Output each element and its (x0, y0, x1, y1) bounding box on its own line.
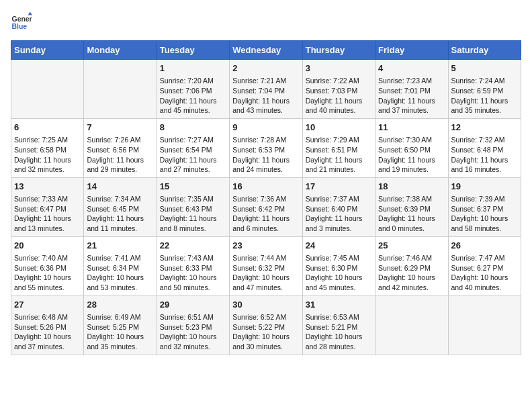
day-number: 10 (306, 122, 372, 134)
col-header-friday: Friday (375, 41, 448, 60)
day-info: Sunrise: 7:46 AM Sunset: 6:29 PM Dayligh… (378, 253, 445, 293)
week-row-3: 13Sunrise: 7:33 AM Sunset: 6:47 PM Dayli… (11, 177, 521, 236)
calendar-cell: 20Sunrise: 7:40 AM Sunset: 6:36 PM Dayli… (11, 236, 84, 295)
day-info: Sunrise: 7:36 AM Sunset: 6:42 PM Dayligh… (232, 194, 299, 234)
day-number: 20 (14, 240, 81, 252)
calendar-cell: 3Sunrise: 7:22 AM Sunset: 7:03 PM Daylig… (302, 60, 375, 119)
calendar-cell (84, 60, 157, 119)
day-number: 25 (378, 240, 445, 252)
day-number: 19 (451, 181, 518, 193)
day-info: Sunrise: 6:48 AM Sunset: 5:26 PM Dayligh… (14, 312, 81, 352)
day-info: Sunrise: 7:32 AM Sunset: 6:48 PM Dayligh… (451, 135, 518, 175)
day-info: Sunrise: 7:37 AM Sunset: 6:40 PM Dayligh… (306, 194, 372, 234)
day-number: 14 (87, 181, 153, 193)
calendar-header-row: SundayMondayTuesdayWednesdayThursdayFrid… (11, 41, 521, 60)
calendar-cell (11, 60, 84, 119)
day-info: Sunrise: 7:43 AM Sunset: 6:33 PM Dayligh… (160, 253, 226, 293)
day-info: Sunrise: 7:29 AM Sunset: 6:51 PM Dayligh… (306, 135, 372, 175)
day-info: Sunrise: 7:21 AM Sunset: 7:04 PM Dayligh… (232, 76, 299, 116)
day-info: Sunrise: 7:41 AM Sunset: 6:34 PM Dayligh… (87, 253, 153, 293)
calendar-cell: 15Sunrise: 7:35 AM Sunset: 6:43 PM Dayli… (157, 177, 229, 236)
calendar-cell: 9Sunrise: 7:28 AM Sunset: 6:53 PM Daylig… (230, 118, 302, 177)
day-info: Sunrise: 7:35 AM Sunset: 6:43 PM Dayligh… (160, 194, 226, 234)
day-number: 15 (160, 181, 226, 193)
calendar-cell: 25Sunrise: 7:46 AM Sunset: 6:29 PM Dayli… (375, 236, 448, 295)
day-info: Sunrise: 6:51 AM Sunset: 5:23 PM Dayligh… (160, 312, 226, 352)
calendar-cell: 11Sunrise: 7:30 AM Sunset: 6:50 PM Dayli… (375, 118, 448, 177)
calendar-cell: 6Sunrise: 7:25 AM Sunset: 6:58 PM Daylig… (11, 118, 84, 177)
calendar-cell: 16Sunrise: 7:36 AM Sunset: 6:42 PM Dayli… (230, 177, 302, 236)
svg-marker-2 (28, 12, 32, 15)
calendar-cell: 10Sunrise: 7:29 AM Sunset: 6:51 PM Dayli… (302, 118, 375, 177)
calendar-cell (448, 295, 521, 355)
col-header-tuesday: Tuesday (157, 41, 229, 60)
day-number: 22 (160, 240, 226, 252)
col-header-wednesday: Wednesday (230, 41, 302, 60)
day-info: Sunrise: 7:28 AM Sunset: 6:53 PM Dayligh… (232, 135, 299, 175)
week-row-1: 1Sunrise: 7:20 AM Sunset: 7:06 PM Daylig… (11, 60, 521, 119)
day-number: 24 (306, 240, 372, 252)
calendar-cell: 2Sunrise: 7:21 AM Sunset: 7:04 PM Daylig… (230, 60, 302, 119)
col-header-sunday: Sunday (11, 41, 84, 60)
day-info: Sunrise: 7:20 AM Sunset: 7:06 PM Dayligh… (160, 76, 226, 116)
day-info: Sunrise: 7:22 AM Sunset: 7:03 PM Dayligh… (306, 76, 372, 116)
calendar-cell (375, 295, 448, 355)
day-info: Sunrise: 7:39 AM Sunset: 6:37 PM Dayligh… (451, 194, 518, 234)
day-number: 18 (378, 181, 445, 193)
day-number: 26 (451, 240, 518, 252)
logo-icon: General Blue (11, 11, 32, 32)
day-info: Sunrise: 6:49 AM Sunset: 5:25 PM Dayligh… (87, 312, 153, 352)
day-number: 11 (378, 122, 445, 134)
day-info: Sunrise: 7:44 AM Sunset: 6:32 PM Dayligh… (232, 253, 299, 293)
day-info: Sunrise: 7:25 AM Sunset: 6:58 PM Dayligh… (14, 135, 81, 175)
day-number: 1 (160, 62, 226, 75)
calendar-cell: 19Sunrise: 7:39 AM Sunset: 6:37 PM Dayli… (448, 177, 521, 236)
day-number: 7 (87, 122, 153, 134)
calendar-cell: 7Sunrise: 7:26 AM Sunset: 6:56 PM Daylig… (84, 118, 157, 177)
day-number: 4 (378, 62, 445, 75)
day-number: 3 (306, 62, 372, 75)
col-header-monday: Monday (84, 41, 157, 60)
day-number: 6 (14, 122, 81, 134)
svg-text:General: General (12, 15, 32, 23)
calendar-table: SundayMondayTuesdayWednesdayThursdayFrid… (11, 40, 521, 355)
week-row-4: 20Sunrise: 7:40 AM Sunset: 6:36 PM Dayli… (11, 236, 521, 295)
calendar-cell: 30Sunrise: 6:52 AM Sunset: 5:22 PM Dayli… (230, 295, 302, 355)
calendar-cell: 23Sunrise: 7:44 AM Sunset: 6:32 PM Dayli… (230, 236, 302, 295)
day-info: Sunrise: 7:47 AM Sunset: 6:27 PM Dayligh… (451, 253, 518, 293)
day-number: 5 (451, 62, 518, 75)
day-number: 30 (232, 299, 299, 311)
day-info: Sunrise: 7:34 AM Sunset: 6:45 PM Dayligh… (87, 194, 153, 234)
day-number: 31 (306, 299, 372, 311)
day-number: 29 (160, 299, 226, 311)
day-info: Sunrise: 7:38 AM Sunset: 6:39 PM Dayligh… (378, 194, 445, 234)
calendar-cell: 26Sunrise: 7:47 AM Sunset: 6:27 PM Dayli… (448, 236, 521, 295)
calendar-cell: 24Sunrise: 7:45 AM Sunset: 6:30 PM Dayli… (302, 236, 375, 295)
day-info: Sunrise: 7:40 AM Sunset: 6:36 PM Dayligh… (14, 253, 81, 293)
week-row-5: 27Sunrise: 6:48 AM Sunset: 5:26 PM Dayli… (11, 295, 521, 355)
calendar-cell: 4Sunrise: 7:23 AM Sunset: 7:01 PM Daylig… (375, 60, 448, 119)
day-info: Sunrise: 7:33 AM Sunset: 6:47 PM Dayligh… (14, 194, 81, 234)
day-number: 12 (451, 122, 518, 134)
day-info: Sunrise: 7:45 AM Sunset: 6:30 PM Dayligh… (306, 253, 372, 293)
col-header-thursday: Thursday (302, 41, 375, 60)
calendar-cell: 17Sunrise: 7:37 AM Sunset: 6:40 PM Dayli… (302, 177, 375, 236)
calendar-cell: 29Sunrise: 6:51 AM Sunset: 5:23 PM Dayli… (157, 295, 229, 355)
day-info: Sunrise: 6:53 AM Sunset: 5:21 PM Dayligh… (306, 312, 372, 352)
calendar-cell: 14Sunrise: 7:34 AM Sunset: 6:45 PM Dayli… (84, 177, 157, 236)
svg-text:Blue: Blue (12, 23, 28, 30)
day-number: 21 (87, 240, 153, 252)
col-header-saturday: Saturday (448, 41, 521, 60)
day-number: 23 (232, 240, 299, 252)
day-number: 17 (306, 181, 372, 193)
day-number: 8 (160, 122, 226, 134)
calendar-cell: 28Sunrise: 6:49 AM Sunset: 5:25 PM Dayli… (84, 295, 157, 355)
calendar-cell: 21Sunrise: 7:41 AM Sunset: 6:34 PM Dayli… (84, 236, 157, 295)
calendar-cell: 5Sunrise: 7:24 AM Sunset: 6:59 PM Daylig… (448, 60, 521, 119)
day-number: 13 (14, 181, 81, 193)
calendar-cell: 12Sunrise: 7:32 AM Sunset: 6:48 PM Dayli… (448, 118, 521, 177)
calendar-cell: 18Sunrise: 7:38 AM Sunset: 6:39 PM Dayli… (375, 177, 448, 236)
day-number: 2 (232, 62, 299, 75)
calendar-cell: 1Sunrise: 7:20 AM Sunset: 7:06 PM Daylig… (157, 60, 229, 119)
day-number: 28 (87, 299, 153, 311)
